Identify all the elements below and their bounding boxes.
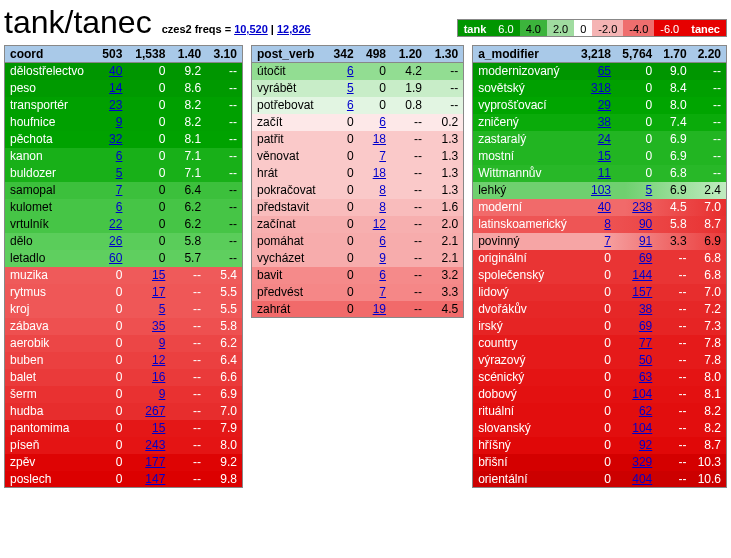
freq-link[interactable]: 7	[604, 234, 611, 248]
row-val-b: 15	[127, 420, 170, 437]
freq-link[interactable]: 38	[598, 115, 611, 129]
freq-link[interactable]: 15	[152, 421, 165, 435]
freq-link[interactable]: 9	[159, 387, 166, 401]
freq-link[interactable]: 15	[152, 268, 165, 282]
freq-link[interactable]: 9	[379, 251, 386, 265]
row-val-c: --	[170, 369, 206, 386]
freq-link[interactable]: 29	[598, 98, 611, 112]
freq-link[interactable]: 8	[604, 217, 611, 231]
freq-link[interactable]: 23	[109, 98, 122, 112]
freq-link[interactable]: 318	[591, 81, 611, 95]
row-word: buben	[5, 352, 96, 369]
freq-link[interactable]: 63	[639, 370, 652, 384]
freq-link[interactable]: 60	[109, 251, 122, 265]
freq-link[interactable]: 65	[598, 64, 611, 78]
row-val-c: 5.8	[170, 233, 206, 250]
freq-link[interactable]: 6	[379, 234, 386, 248]
freq-link[interactable]: 329	[632, 455, 652, 469]
row-val-d: 0.2	[427, 114, 464, 131]
table-row: bavit06--3.2	[251, 267, 463, 284]
freq-link[interactable]: 40	[109, 64, 122, 78]
freq-link[interactable]: 12	[373, 217, 386, 231]
table-row: country077--7.8	[473, 335, 727, 352]
row-val-d: 6.9	[692, 233, 727, 250]
freq-link[interactable]: 35	[152, 319, 165, 333]
freq-link[interactable]: 15	[598, 149, 611, 163]
freq-link[interactable]: 40	[598, 200, 611, 214]
freq-link[interactable]: 5	[646, 183, 653, 197]
freq-link[interactable]: 18	[373, 166, 386, 180]
row-word: orientální	[473, 471, 575, 488]
freq-link[interactable]: 6	[116, 149, 123, 163]
freq-link[interactable]: 62	[639, 404, 652, 418]
freq-link[interactable]: 6	[347, 98, 354, 112]
row-val-d: 1.3	[427, 165, 464, 182]
freq-link[interactable]: 69	[639, 319, 652, 333]
row-val-a: 0	[326, 182, 358, 199]
row-val-d: 4.5	[427, 301, 464, 318]
freq-link[interactable]: 5	[116, 166, 123, 180]
freq-link[interactable]: 103	[591, 183, 611, 197]
freq-link[interactable]: 238	[632, 200, 652, 214]
freq-link[interactable]: 14	[109, 81, 122, 95]
freq1-link[interactable]: 10,520	[234, 23, 268, 35]
row-val-b: 147	[127, 471, 170, 488]
freq-link[interactable]: 6	[379, 115, 386, 129]
freq-link[interactable]: 5	[347, 81, 354, 95]
freq-link[interactable]: 12	[152, 353, 165, 367]
freq-link[interactable]: 9	[159, 336, 166, 350]
row-val-d: 7.8	[692, 352, 727, 369]
freq-link[interactable]: 157	[632, 285, 652, 299]
freq-link[interactable]: 267	[145, 404, 165, 418]
freq-link[interactable]: 6	[116, 200, 123, 214]
freq-link[interactable]: 6	[379, 268, 386, 282]
freq-link[interactable]: 11	[598, 166, 611, 180]
freq-link[interactable]: 7	[379, 285, 386, 299]
freq-link[interactable]: 9	[116, 115, 123, 129]
freq-link[interactable]: 104	[632, 387, 652, 401]
freq-link[interactable]: 69	[639, 251, 652, 265]
freq-link[interactable]: 144	[632, 268, 652, 282]
freq-link[interactable]: 8	[379, 183, 386, 197]
row-val-a: 0	[575, 267, 616, 284]
freq-link[interactable]: 38	[639, 302, 652, 316]
row-word: hrát	[251, 165, 326, 182]
row-val-a: 0	[326, 148, 358, 165]
freq-link[interactable]: 8	[379, 200, 386, 214]
row-word: výrazový	[473, 352, 575, 369]
row-word: moderní	[473, 199, 575, 216]
freq-link[interactable]: 22	[109, 217, 122, 231]
freq-link[interactable]: 77	[639, 336, 652, 350]
row-val-b: 9	[359, 250, 391, 267]
col-header-num: 1.20	[391, 46, 427, 63]
freq-link[interactable]: 5	[159, 302, 166, 316]
freq-link[interactable]: 104	[632, 421, 652, 435]
freq-link[interactable]: 16	[152, 370, 165, 384]
row-val-a: 0	[575, 420, 616, 437]
freq-link[interactable]: 24	[598, 132, 611, 146]
row-val-a: 0	[575, 335, 616, 352]
col-header-name: coord	[5, 46, 96, 63]
freq-link[interactable]: 32	[109, 132, 122, 146]
freq-link[interactable]: 147	[145, 472, 165, 486]
row-val-a: 7	[95, 182, 127, 199]
freq-link[interactable]: 50	[639, 353, 652, 367]
table-row: pokračovat08--1.3	[251, 182, 463, 199]
row-val-c: --	[391, 233, 427, 250]
freq-link[interactable]: 243	[145, 438, 165, 452]
freq-link[interactable]: 177	[145, 455, 165, 469]
freq-link[interactable]: 19	[373, 302, 386, 316]
freq-link[interactable]: 7	[379, 149, 386, 163]
freq-link[interactable]: 17	[152, 285, 165, 299]
freq-link[interactable]: 26	[109, 234, 122, 248]
freq-link[interactable]: 404	[632, 472, 652, 486]
freq-link[interactable]: 18	[373, 132, 386, 146]
freq-link[interactable]: 90	[639, 217, 652, 231]
freq-link[interactable]: 91	[639, 234, 652, 248]
row-val-c: --	[657, 454, 691, 471]
row-val-c: 5.8	[657, 216, 691, 233]
freq-link[interactable]: 6	[347, 64, 354, 78]
freq-link[interactable]: 92	[639, 438, 652, 452]
freq2-link[interactable]: 12,826	[277, 23, 311, 35]
freq-link[interactable]: 7	[116, 183, 123, 197]
